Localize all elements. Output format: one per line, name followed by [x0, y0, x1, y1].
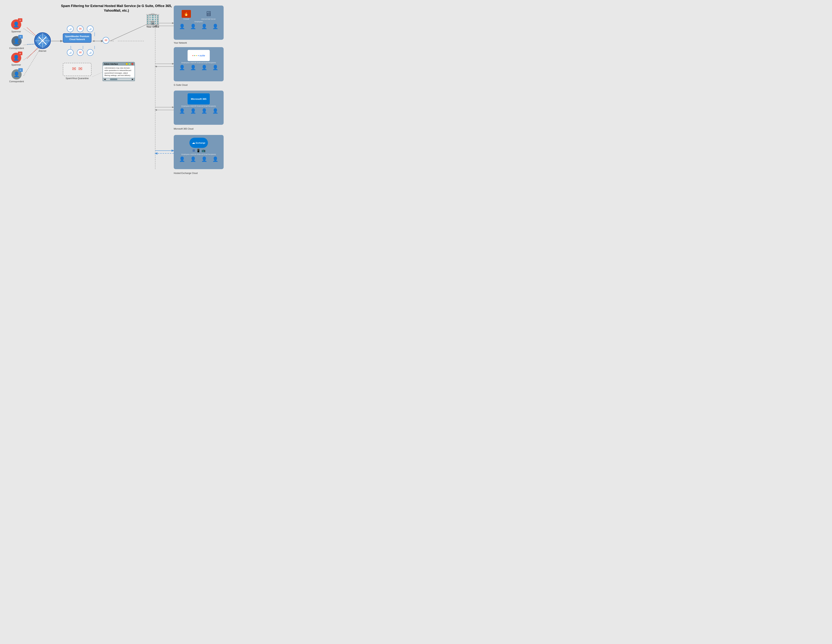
correspondent2: 👤 ✉ Correspondent	[9, 69, 24, 83]
ms365-icon1: 👤	[179, 108, 185, 114]
exchange-devices: 🖥 📱 📺	[176, 149, 221, 153]
gsuite-text: suite	[199, 54, 205, 57]
gsuite-employee2: 👤	[190, 65, 196, 70]
ms365-employee1: 👤	[179, 108, 185, 114]
gsuite-color3: ●	[196, 54, 197, 56]
exchange-icon2: 👤	[190, 156, 196, 162]
scroll-right[interactable]: ▶	[132, 78, 133, 80]
diagram-container: Spam Filtering for External Hosted Mail …	[0, 0, 233, 181]
close-btn[interactable]	[131, 63, 133, 65]
gsuite-icon1: 👤	[179, 65, 185, 70]
filter-icon-bottom-left: ⊿	[67, 49, 74, 56]
scrollbar-track	[106, 78, 131, 80]
device-phone: 📱	[196, 149, 200, 153]
ms365-label: Microsoft 365 Cloud	[174, 128, 194, 130]
bottom-filter-row: ⊿ ✉ ⊿	[67, 49, 93, 56]
mail-server-label: Internal Mail Server	[201, 18, 216, 20]
quarantine-box: ✉ ✉ Spam/Virus Quarantine	[63, 63, 91, 80]
ms365-icon2: 👤	[190, 108, 196, 114]
employee-icon3: 👤	[201, 24, 207, 29]
ms365-employee2: 👤	[190, 108, 196, 114]
employee-icon1: 👤	[179, 24, 185, 29]
gsuite-color1: ●	[192, 54, 194, 56]
output-envelope: ✉	[102, 37, 109, 43]
spamweeder-box: SpamWeeder Premium Cloud Network	[63, 33, 91, 43]
svg-line-20	[93, 72, 103, 77]
your-office: 🏢 Your Office	[145, 13, 160, 28]
device-monitor: 🖥	[192, 149, 195, 153]
exchange-employee1: 👤	[179, 156, 185, 162]
admin-content: Administrators may view domain-wide quar…	[103, 66, 134, 78]
admin-scrollbar[interactable]: ◀ ▶	[103, 78, 134, 81]
exchange-icon3: 👤	[201, 156, 207, 162]
admin-content-text: Administrators may view domain-wide quar…	[104, 67, 131, 76]
window-controls	[126, 63, 133, 65]
employee-icon2: 👤	[190, 24, 196, 29]
gsuite-icon4: 👤	[212, 65, 218, 70]
internet-icon: Internet	[34, 32, 51, 52]
admin-titlebar: Admin Interface	[103, 62, 134, 66]
svg-point-32	[36, 38, 49, 43]
exchange-icon: ☁	[192, 141, 195, 144]
firewall-symbol: 🔥	[184, 12, 189, 16]
filter-icon-top-right: ⊿	[87, 26, 93, 32]
gsuite-employees-label: Employees AND/OR External Email Recipien…	[176, 62, 221, 64]
svg-point-30	[36, 34, 49, 47]
spammer1: 👤 ✉ Spammer	[11, 19, 21, 33]
filter-icon-top-left: ⊿	[67, 26, 74, 32]
maximize-btn[interactable]	[128, 63, 131, 65]
title-line1: Spam Filtering for External Hosted Mail …	[61, 4, 172, 8]
gsuite-box: ● ● ● ● suite Employees AND/OR External …	[174, 47, 224, 81]
quarantine-label: Spam/Virus Quarantine	[63, 77, 91, 80]
your-network-box: 🔥 Firewall 🖥 Internal Mail Server Employ…	[174, 6, 224, 40]
gsuite-employee3: 👤	[201, 65, 207, 70]
exchange-icon1: 👤	[179, 156, 185, 162]
employee4: 👤	[212, 24, 218, 29]
gsuite-employee1: 👤	[179, 65, 185, 70]
gsuite-employees-row: 👤 👤 👤 👤	[176, 65, 221, 70]
employee3: 👤	[201, 24, 207, 29]
ms365-icon4: 👤	[212, 108, 218, 114]
filter-icon-bottom-right: ⊿	[87, 49, 93, 56]
exchange-logo: ☁ Exchange	[189, 138, 208, 148]
ms365-employees-label: Employees AND/OR External Email Recipien…	[176, 105, 221, 107]
envelope-top: ✉	[77, 26, 83, 32]
gsuite-logo: ● ● ● ● suite	[187, 50, 210, 61]
exchange-icon4: 👤	[212, 156, 218, 162]
exchange-employees-label: Employees AND/OR External Email Recipien…	[176, 154, 221, 155]
employee-icon4: 👤	[212, 24, 218, 29]
gsuite-color4: ●	[198, 54, 199, 56]
ms365-logo-text: Microsoft 365	[191, 98, 206, 100]
spamweeder-label: SpamWeeder Premium Cloud Network	[63, 33, 91, 43]
employee1: 👤	[179, 24, 185, 29]
ms365-employees-row: 👤 👤 👤 👤	[176, 108, 221, 114]
ms365-employee4: 👤	[212, 108, 218, 114]
firewall-label: Firewall	[182, 18, 191, 20]
exchange-employee2: 👤	[190, 156, 196, 162]
exchange-employee3: 👤	[201, 156, 207, 162]
ms365-box: Microsoft 365 Employees AND/OR External …	[174, 91, 224, 125]
gsuite-icon2: 👤	[190, 65, 196, 70]
quarantine-dashed-border: ✉ ✉	[63, 63, 91, 76]
exchange-label: Hosted Exchange Cloud	[174, 172, 198, 175]
building-icon: 🏢	[145, 13, 160, 25]
minimize-btn[interactable]	[126, 63, 128, 65]
exchange-employees-row: 👤 👤 👤 👤	[176, 156, 221, 162]
gsuite-icon3: 👤	[201, 65, 207, 70]
correspondent1-label: Correspondent	[9, 47, 24, 50]
firewall-icon: 🔥 Firewall	[182, 10, 191, 20]
gsuite-label: G Suite Cloud	[174, 84, 187, 87]
correspondent2-label: Correspondent	[9, 80, 24, 83]
exchange-employee4: 👤	[212, 156, 218, 162]
exchange-box: ☁ Exchange 🖥 📱 📺 Employees AND/OR Extern…	[174, 135, 224, 169]
svg-point-31	[39, 34, 46, 47]
network-internal-row: 🔥 Firewall 🖥 Internal Mail Server	[176, 10, 221, 20]
spammer2-label: Spammer	[11, 64, 21, 66]
employees-row-network: 👤 👤 👤 👤	[176, 24, 221, 29]
admin-window: Admin Interface Administrators may view …	[102, 62, 135, 81]
quarantine-mail-icon2: ✉	[78, 66, 82, 72]
your-network-label: Your Network	[174, 42, 187, 44]
envelope-bottom: ✉	[77, 49, 83, 56]
scroll-left[interactable]: ◀	[104, 78, 106, 80]
scrollbar-thumb	[110, 78, 117, 80]
